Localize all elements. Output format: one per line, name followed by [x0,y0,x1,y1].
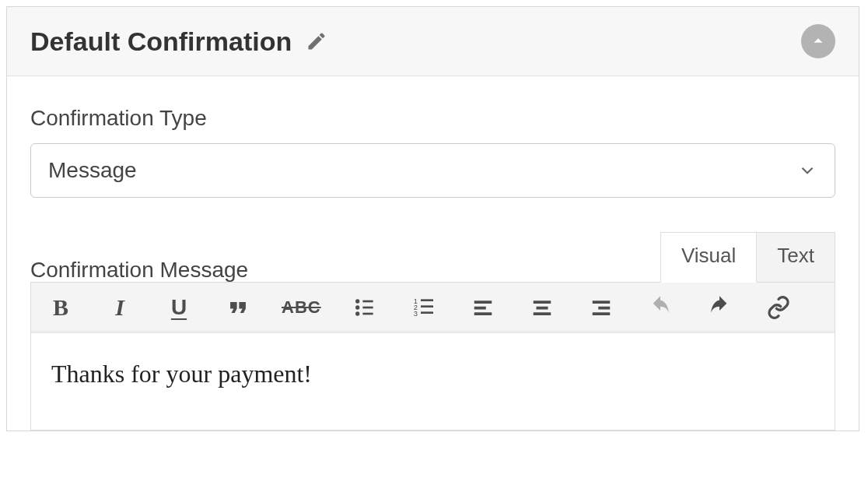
editor: B I U ABC 123 [30,282,835,430]
italic-button[interactable]: I [104,292,135,323]
svg-rect-4 [362,307,373,309]
svg-rect-17 [533,312,551,315]
svg-rect-11 [421,311,433,314]
bullet-list-button[interactable] [349,292,380,323]
message-label-row: Confirmation Message Visual Text [30,232,835,283]
panel-body: Confirmation Type Message Confirmation M… [7,76,859,430]
confirmation-type-label: Confirmation Type [30,106,835,131]
underline-button[interactable]: U [163,292,194,323]
svg-rect-12 [474,300,492,304]
svg-rect-19 [598,307,610,310]
svg-rect-13 [474,307,485,310]
confirmation-message-label: Confirmation Message [30,258,248,283]
panel-title: Default Confirmation [30,26,292,57]
svg-rect-18 [592,300,610,304]
align-right-button[interactable] [586,292,617,323]
svg-rect-10 [421,305,433,308]
numbered-list-button[interactable]: 123 [408,292,439,323]
blockquote-button[interactable] [222,292,254,323]
tab-text[interactable]: Text [756,232,835,283]
confirmation-panel: Default Confirmation Confirmation Type M… [6,6,859,431]
link-button[interactable] [763,292,794,323]
editor-toolbar: B I U ABC 123 [31,283,835,333]
svg-rect-16 [536,307,548,310]
svg-rect-15 [533,300,551,304]
pencil-icon[interactable] [306,30,327,52]
panel-header: Default Confirmation [7,7,859,76]
redo-button[interactable] [704,292,735,323]
confirmation-type-value: Message [48,158,137,183]
editor-tabs: Visual Text [661,232,835,283]
svg-point-1 [355,305,359,309]
align-center-button[interactable] [527,292,558,323]
svg-rect-3 [362,300,373,303]
align-left-button[interactable] [467,292,499,323]
bold-button[interactable]: B [45,292,76,323]
strikethrough-button[interactable]: ABC [282,292,321,323]
svg-point-0 [355,299,359,303]
svg-rect-5 [362,313,373,315]
svg-rect-14 [474,312,492,315]
tab-visual[interactable]: Visual [660,232,757,283]
panel-title-group: Default Confirmation [30,26,327,57]
undo-button[interactable] [645,292,676,323]
svg-rect-9 [421,299,433,301]
svg-rect-20 [592,312,610,315]
collapse-toggle[interactable] [801,24,835,58]
chevron-down-icon [797,160,817,181]
svg-point-2 [355,311,359,315]
message-textarea[interactable]: Thanks for your payment! [31,333,835,430]
svg-text:3: 3 [413,310,417,318]
confirmation-type-select[interactable]: Message [30,143,835,198]
